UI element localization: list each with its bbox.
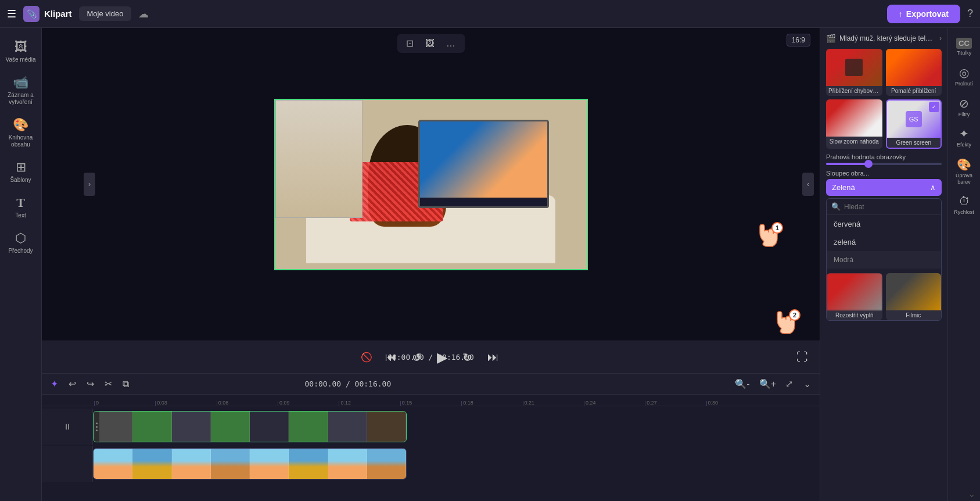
panel-chevron-icon[interactable]: › — [939, 34, 942, 42]
thumb-7 — [328, 411, 367, 442]
project-tab[interactable]: Moje video — [79, 6, 132, 21]
sidebar-label-transitions: Přechody — [8, 248, 33, 255]
ruler-tick-1: 0:03 — [155, 401, 216, 406]
menu-button[interactable]: ☰ — [7, 8, 16, 20]
threshold-label: Prahová hodnota obrazovky — [826, 153, 942, 160]
speed-icon: ⏱ — [959, 195, 970, 208]
app-name: Klipart — [44, 9, 72, 19]
export-button[interactable]: ↑ Exportovat — [887, 5, 960, 23]
no-camera-icon: 🚫 — [361, 352, 372, 363]
sidebar-item-text[interactable]: T Text — [2, 191, 40, 224]
effect-label-filmic: Filmic — [886, 310, 942, 320]
sidebar-item-library[interactable]: 🎨 Knihovna obsahu — [2, 113, 40, 153]
effect-label-slow-zoom: Slow zoom náhoda — [826, 137, 882, 146]
thumb-8 — [367, 411, 406, 442]
aspect-ratio-badge[interactable]: 16:9 — [787, 34, 810, 46]
redo-button[interactable]: ↪ — [84, 377, 97, 391]
copy-button[interactable]: ⧉ — [120, 377, 132, 391]
frs-item-speed[interactable]: ⏱ Rychlost — [950, 191, 979, 220]
zoom-in-button[interactable]: 🔍+ — [756, 377, 779, 391]
effect-card-filmic[interactable]: Filmic — [886, 273, 942, 320]
clip-thumbnails-2 — [94, 449, 406, 479]
blend-icon: ◎ — [959, 66, 969, 80]
threshold-slider-row[interactable] — [826, 163, 942, 165]
frs-item-blend[interactable]: ◎ Prolnutí — [950, 62, 979, 91]
frs-item-filters[interactable]: ⊘ Filtry — [950, 92, 979, 122]
thumb-1 — [94, 411, 132, 442]
more-options-button[interactable]: … — [443, 37, 459, 50]
transitions-icon: ⬡ — [15, 231, 26, 246]
effect-label-pomale: Pomalé přiblížení — [886, 86, 942, 96]
clip-2[interactable] — [93, 448, 407, 479]
thumb-b6 — [289, 449, 328, 479]
effect-card-slow-zoom[interactable]: Slow zoom náhoda — [826, 99, 882, 149]
logo-icon: 📎 — [23, 6, 40, 22]
effect-thumb-pomale — [886, 49, 942, 86]
selected-badge: ✓ — [929, 102, 939, 112]
panel-clip-title: Mladý muž, který sleduje televizi... — [839, 34, 936, 42]
ruler-tick-10: 0:30 — [706, 401, 767, 406]
dropdown-search-input[interactable] — [844, 203, 936, 211]
help-icon[interactable]: ? — [967, 8, 973, 20]
ruler-tick-2: 0:06 — [217, 401, 278, 406]
effect-label-przblizeni: Přiblížení chybového ukončení — [826, 86, 882, 96]
main-area: 🖼 Vaše média 📹 Záznam a vytvoření 🎨 Knih… — [0, 28, 980, 501]
thumb-5 — [250, 411, 289, 442]
magic-tool-button[interactable]: ✦ — [48, 377, 61, 391]
dropdown-option-zelena[interactable]: zelená — [827, 233, 941, 251]
undo-button[interactable]: ↩ — [66, 377, 79, 391]
dropdown-option-cervena[interactable]: červená — [827, 215, 941, 233]
frs-item-coloradj[interactable]: 🎨 Úprava barev — [950, 153, 979, 189]
left-sidebar: 🖼 Vaše média 📹 Záznam a vytvoření 🎨 Knih… — [0, 28, 42, 501]
column-dropdown-button[interactable]: Zelená ∧ — [826, 179, 942, 196]
timeline-zoom-controls: 🔍- 🔍+ ⤢ — [732, 377, 796, 391]
bookshelf — [275, 100, 362, 219]
track-content-1[interactable] — [93, 409, 820, 445]
frs-item-effects[interactable]: ✦ Efekty — [950, 123, 979, 152]
clip-icon: 🎬 — [826, 34, 836, 43]
effect-card-green-screen[interactable]: GS ✓ Green screen — [886, 99, 942, 149]
collapse-left-button[interactable]: › — [84, 173, 95, 196]
threshold-slider-thumb[interactable] — [864, 160, 873, 168]
frs-label-coloradj: Úprava barev — [952, 173, 977, 185]
thumb-b2 — [132, 449, 171, 479]
ruler-tick-3: 0:09 — [278, 401, 339, 406]
cut-button[interactable]: ✂ — [102, 377, 115, 391]
video-canvas: ↻ — [274, 99, 588, 270]
thumb-6 — [289, 411, 328, 442]
frs-item-titles[interactable]: CC Titulky — [950, 34, 979, 60]
picture-in-picture-button[interactable]: 🖼 — [422, 37, 438, 50]
dropdown-separator-modra: Modrá — [827, 251, 941, 269]
fit-view-button[interactable]: ⤢ — [782, 377, 796, 391]
threshold-slider-track[interactable] — [826, 163, 942, 165]
sidebar-label-media: Vaše média — [5, 56, 35, 63]
dropdown-current-value: Zelená — [832, 183, 855, 192]
collapse-right-button[interactable]: ‹ — [802, 173, 814, 196]
fullscreen-button[interactable]: ⛶ — [794, 348, 810, 366]
track-label-1: ⏸ — [42, 409, 93, 445]
threshold-slider-fill — [826, 163, 867, 165]
sidebar-item-templates[interactable]: ⊞ Šablony — [2, 155, 40, 188]
crop-button[interactable]: ⊡ — [403, 37, 417, 50]
track-content-2[interactable] — [93, 446, 820, 482]
drag-handle-1[interactable] — [94, 411, 99, 442]
sidebar-item-record[interactable]: 📹 Záznam a vytvoření — [2, 70, 40, 110]
preview-toolbar: ⊡ 🖼 … — [397, 34, 465, 53]
time-display: 00:00.00 / 00:16.00 — [387, 353, 474, 362]
timeline-time-display: 00:00.00 / 00:16.00 — [305, 380, 392, 388]
effect-card-przblizeni[interactable]: Přiblížení chybového ukončení — [826, 49, 882, 96]
skip-forward-button[interactable]: ⏭ — [485, 348, 501, 366]
timeline-collapse-button[interactable]: ⌄ — [800, 377, 814, 391]
clip-1[interactable] — [93, 411, 407, 442]
sidebar-item-transitions[interactable]: ⬡ Přechody — [2, 226, 40, 259]
dropdown-chevron-up-icon: ∧ — [930, 183, 936, 192]
effect-card-rozostrit[interactable]: Rozostřit výplň — [827, 273, 882, 320]
export-label: Exportovat — [906, 9, 949, 19]
zoom-out-button[interactable]: 🔍- — [732, 377, 752, 391]
thumb-b4 — [211, 449, 250, 479]
playback-controls: 🚫 ⏮ ↺ ▶ ↻ ⏭ 00:00.00 / 00:16.00 ⛶ — [42, 341, 820, 373]
sidebar-item-media[interactable]: 🖼 Vaše média — [2, 35, 40, 68]
record-icon: 📹 — [13, 75, 28, 90]
effect-card-pomale[interactable]: Pomalé přiblížení — [886, 49, 942, 96]
timeline-ruler: 0 0:03 0:06 0:09 0:12 0:15 0:18 0:21 0:2… — [42, 395, 820, 406]
